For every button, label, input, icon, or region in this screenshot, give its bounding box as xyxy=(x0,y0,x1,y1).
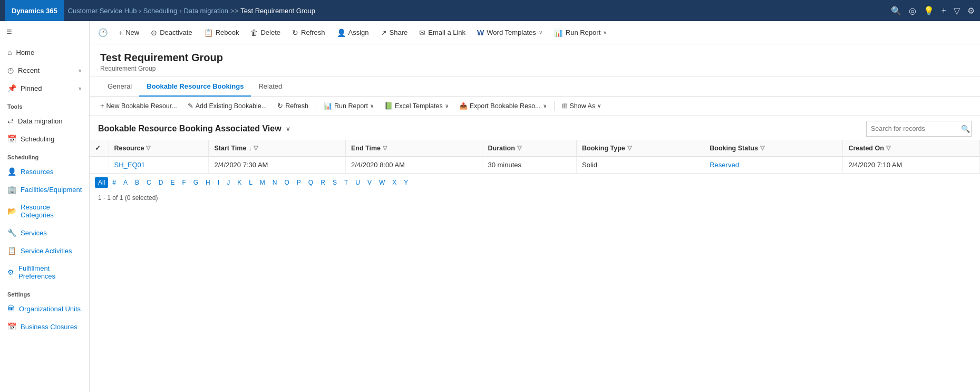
sidebar-item-services-label: Services xyxy=(21,229,47,237)
share-button[interactable]: ↗ Share xyxy=(375,24,413,41)
sidebar-item-data-migration[interactable]: ⇄ Data migration xyxy=(0,112,89,130)
created-on-filter-icon[interactable]: ▽ xyxy=(886,145,890,151)
settings-icon[interactable]: ⚙ xyxy=(967,6,975,16)
booking-status-filter-icon[interactable]: ▽ xyxy=(760,145,764,151)
run-report-button[interactable]: 📊 Run Report ∨ xyxy=(549,24,612,41)
sidebar-item-facilities[interactable]: 🏢 Facilities/Equipment xyxy=(0,180,89,198)
duration-filter-icon[interactable]: ▽ xyxy=(517,145,521,151)
breadcrumb-module[interactable]: Customer Service Hub xyxy=(68,7,137,15)
sidebar-item-home[interactable]: ⌂ Home xyxy=(0,43,89,61)
page-letter-p[interactable]: P xyxy=(294,177,304,188)
tab-general[interactable]: General xyxy=(100,77,139,97)
assign-button[interactable]: 👤 Assign xyxy=(332,24,374,41)
sidebar-item-resources[interactable]: 👤 Resources xyxy=(0,162,89,180)
col-resource: Resource ▽ xyxy=(109,140,209,157)
page-letter-hash[interactable]: # xyxy=(109,177,119,188)
deactivate-icon: ⊙ xyxy=(151,28,157,37)
page-letter-t[interactable]: T xyxy=(341,177,351,188)
target-icon[interactable]: ◎ xyxy=(909,6,916,16)
pinned-arrow: ∨ xyxy=(78,85,82,91)
page-letter-w[interactable]: W xyxy=(376,177,388,188)
email-link-button[interactable]: ✉ Email a Link xyxy=(414,24,471,41)
word-icon: W xyxy=(477,28,484,37)
sidebar-item-org-units[interactable]: 🏛 Organizational Units xyxy=(0,300,89,318)
page-letter-o[interactable]: O xyxy=(282,177,293,188)
sidebar-item-fulfillment[interactable]: ⚙ Fulfillment Preferences xyxy=(0,260,89,285)
booking-status-link[interactable]: Reserved xyxy=(710,161,739,169)
page-letter-q[interactable]: Q xyxy=(305,177,316,188)
page-letter-h[interactable]: H xyxy=(202,177,214,188)
row-checkbox[interactable] xyxy=(90,157,109,174)
sidebar-item-recent[interactable]: ◷ Recent ∨ xyxy=(0,61,89,79)
sidebar-item-pinned[interactable]: 📌 Pinned ∨ xyxy=(0,79,89,97)
filter-icon[interactable]: ▽ xyxy=(954,6,960,16)
page-letter-n[interactable]: N xyxy=(269,177,280,188)
search-icon[interactable]: 🔍 xyxy=(891,6,901,16)
page-letter-f[interactable]: F xyxy=(179,177,189,188)
refresh-button[interactable]: ↻ Refresh xyxy=(287,24,331,41)
pagination-letters: All # A B C D E F G H I J K L M N O P Q … xyxy=(90,174,980,191)
page-letter-b[interactable]: B xyxy=(132,177,142,188)
excel-templates-button[interactable]: 📗 Excel Templates ∨ xyxy=(380,100,453,112)
sub-refresh-button[interactable]: ↻ Refresh xyxy=(273,100,313,112)
word-templates-button[interactable]: W Word Templates ∨ xyxy=(472,24,548,41)
sidebar-item-business-closures[interactable]: 📅 Business Closures xyxy=(0,318,89,336)
show-as-button[interactable]: ⊞ Show As ∨ xyxy=(558,100,606,112)
page-letter-all[interactable]: All xyxy=(95,177,108,188)
page-letter-i[interactable]: I xyxy=(215,177,222,188)
hamburger-icon[interactable]: ≡ xyxy=(6,26,12,37)
tab-bookable-resource-bookings[interactable]: Bookable Resource Bookings xyxy=(139,77,251,97)
page-letter-u[interactable]: U xyxy=(352,177,363,188)
org-units-icon: 🏛 xyxy=(7,304,15,313)
plus-icon[interactable]: + xyxy=(942,6,946,15)
sidebar-item-scheduling[interactable]: 📅 Scheduling xyxy=(0,130,89,148)
page-letter-c[interactable]: C xyxy=(143,177,154,188)
d365-logo[interactable]: Dynamics 365 xyxy=(5,0,64,21)
page-letter-m[interactable]: M xyxy=(257,177,268,188)
start-time-sort-icon[interactable]: ↓ xyxy=(248,145,251,151)
scheduling-icon: 📅 xyxy=(7,135,16,143)
add-existing-button[interactable]: ✎ Add Existing Bookable... xyxy=(183,100,271,112)
end-time-filter-icon[interactable]: ▽ xyxy=(383,145,387,151)
breadcrumb-scheduling[interactable]: Scheduling xyxy=(143,7,177,15)
sidebar-toggle[interactable]: ≡ xyxy=(0,21,89,43)
breadcrumb-data-migration[interactable]: Data migration xyxy=(184,7,229,15)
new-button[interactable]: + New xyxy=(113,24,144,41)
settings-section-label: Settings xyxy=(0,285,89,300)
sidebar-item-services[interactable]: 🔧 Services xyxy=(0,224,89,242)
page-letter-v[interactable]: V xyxy=(364,177,375,188)
page-letter-x[interactable]: X xyxy=(389,177,400,188)
tab-related[interactable]: Related xyxy=(251,77,289,97)
search-submit-icon[interactable]: 🔍 xyxy=(958,125,973,133)
page-letter-y[interactable]: Y xyxy=(401,177,411,188)
new-bookable-icon: + xyxy=(100,102,104,110)
new-bookable-button[interactable]: + New Bookable Resour... xyxy=(96,100,181,112)
search-input[interactable] xyxy=(867,125,958,132)
page-letter-e[interactable]: E xyxy=(167,177,178,188)
select-all-col[interactable]: ✓ xyxy=(90,140,109,157)
page-letter-g[interactable]: G xyxy=(190,177,201,188)
resource-link[interactable]: SH_EQ01 xyxy=(114,161,145,169)
view-dropdown-icon[interactable]: ∨ xyxy=(286,125,290,132)
sidebar-item-resource-categories[interactable]: 📂 Resource Categories xyxy=(0,198,89,224)
delete-button[interactable]: 🗑 Delete xyxy=(245,24,286,41)
page-letter-s[interactable]: S xyxy=(329,177,340,188)
page-letter-k[interactable]: K xyxy=(234,177,245,188)
page-letter-a[interactable]: A xyxy=(120,177,131,188)
page-letter-j[interactable]: J xyxy=(224,177,233,188)
add-existing-icon: ✎ xyxy=(188,102,193,110)
deactivate-button[interactable]: ⊙ Deactivate xyxy=(145,24,197,41)
start-time-filter-icon[interactable]: ▽ xyxy=(254,145,258,151)
page-letter-l[interactable]: L xyxy=(246,177,256,188)
resource-filter-icon[interactable]: ▽ xyxy=(146,145,150,151)
sidebar-item-service-activities[interactable]: 📋 Service Activities xyxy=(0,242,89,260)
rebook-button[interactable]: 📋 Rebook xyxy=(199,24,245,41)
data-migration-icon: ⇄ xyxy=(7,117,14,125)
lightbulb-icon[interactable]: 💡 xyxy=(924,6,934,16)
page-header: Test Requirement Group Requirement Group xyxy=(90,44,980,77)
sub-run-report-button[interactable]: 📊 Run Report ∨ xyxy=(319,100,378,112)
booking-type-filter-icon[interactable]: ▽ xyxy=(627,145,632,151)
page-letter-r[interactable]: R xyxy=(317,177,328,188)
export-bookable-button[interactable]: 📤 Export Bookable Reso... ∨ xyxy=(455,100,551,112)
page-letter-d[interactable]: D xyxy=(156,177,167,188)
